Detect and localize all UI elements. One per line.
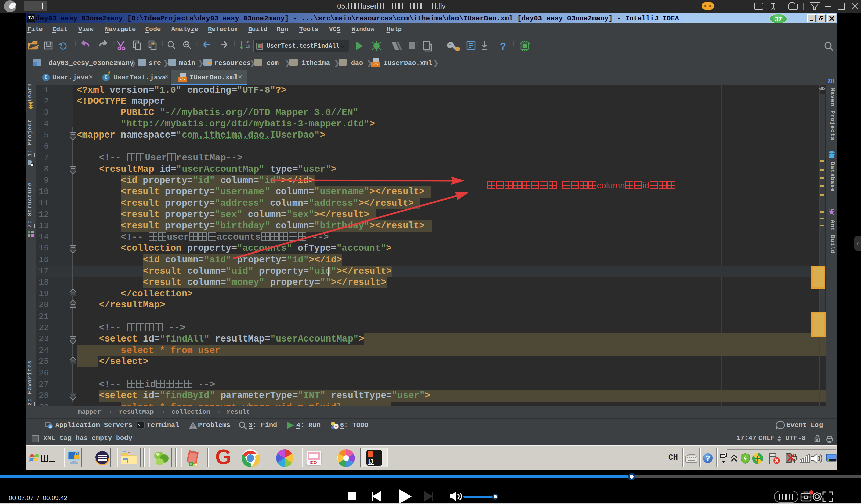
svg-text:10: 10 [246,44,250,48]
svg-text:ICO: ICO [310,460,317,465]
svg-text:IJ: IJ [368,459,373,465]
svg-text:?: ? [500,41,506,53]
svg-text:01: 01 [246,40,250,44]
svg-text:>_: >_ [138,423,143,428]
